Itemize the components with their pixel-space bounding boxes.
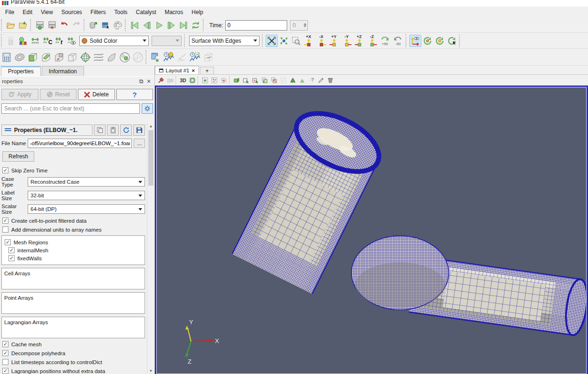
calculator-button[interactable] <box>0 51 13 64</box>
stream-tracer-button[interactable] <box>92 51 105 64</box>
menu-help[interactable]: Help <box>187 8 207 17</box>
reload-properties-button[interactable] <box>120 125 132 136</box>
scrollbar-thumb[interactable] <box>148 130 153 186</box>
open-file-button[interactable] <box>5 19 17 31</box>
cell-arrays-box[interactable]: Cell Arrays <box>1 268 145 289</box>
float-panel-icon[interactable]: ⧉ <box>137 78 145 85</box>
select-points-rect-button[interactable] <box>210 76 219 85</box>
edit-view-options-button[interactable] <box>156 76 166 85</box>
select-cells-rect-button[interactable] <box>200 76 210 85</box>
skip-zero-time-checkbox[interactable]: ✓ Skip Zero Time <box>2 167 144 173</box>
select-cells-through-button[interactable] <box>260 76 269 85</box>
rescale-data-range-button[interactable] <box>29 35 41 47</box>
fixed-walls-checkbox[interactable]: ✓ fixedWalls <box>8 255 142 261</box>
case-type-select[interactable]: Reconstructed Case <box>28 177 145 187</box>
apply-button[interactable]: Apply <box>1 89 38 100</box>
reset-button[interactable]: Reset <box>40 89 77 100</box>
toolbar-handle[interactable] <box>145 50 148 64</box>
scroll-down-icon[interactable]: ▼ <box>147 367 154 374</box>
zoom-to-data-button[interactable] <box>278 35 290 47</box>
rotate-90-cw-button[interactable]: +90 <box>378 34 391 48</box>
show-orientation-axes-button[interactable] <box>409 35 421 47</box>
point-arrays-box[interactable]: Point Arrays <box>1 292 145 314</box>
grow-selection-button[interactable] <box>288 76 298 85</box>
redo-button[interactable] <box>70 19 83 31</box>
zoom-to-box-button[interactable] <box>290 35 302 47</box>
clip-button[interactable] <box>26 51 39 64</box>
capture-view-button[interactable] <box>188 76 197 85</box>
label-size-select[interactable]: 32-bit <box>28 191 145 200</box>
auto-apply-button[interactable] <box>87 19 99 31</box>
slice-button[interactable] <box>39 51 53 64</box>
close-layout-icon[interactable]: × <box>192 68 195 73</box>
view-minus-y-button[interactable]: -Y <box>340 34 353 47</box>
select-block-button[interactable] <box>232 76 241 85</box>
cell-to-point-checkbox[interactable]: ✓ Create cell-to-point filtered data <box>2 218 144 224</box>
panel-scrollbar[interactable]: ▲ ▼ <box>147 123 154 374</box>
browse-button[interactable]: ... <box>134 139 145 148</box>
delete-selection-button[interactable] <box>326 76 335 85</box>
frame-index-spinner[interactable]: 0 <box>290 20 308 31</box>
toolbar-handle[interactable] <box>184 34 187 47</box>
connect-server-button[interactable] <box>34 19 46 31</box>
toolbar-handle[interactable] <box>1 19 4 31</box>
pick-center-of-rotation-button[interactable] <box>446 35 458 47</box>
scalar-size-select[interactable]: 64-bit (DP) <box>28 204 145 214</box>
view-minus-x-button[interactable]: -X <box>315 34 328 47</box>
cache-mesh-checkbox[interactable]: ✓ Cache mesh <box>2 341 144 347</box>
toolbar-handle[interactable] <box>203 19 206 31</box>
slice-representation-button[interactable] <box>202 51 215 64</box>
add-layout-tab[interactable]: + <box>200 67 214 74</box>
hover-query-button[interactable]: ·? <box>307 76 316 85</box>
lagrangian-positions-checkbox[interactable]: ✓ Lagrangian positions without extra dat… <box>2 368 144 374</box>
plot-data-button[interactable] <box>176 51 189 64</box>
glyph-button[interactable] <box>79 51 92 64</box>
rotate-90-ccw-button[interactable]: -90 <box>391 34 405 48</box>
select-points-through-button[interactable] <box>269 76 279 85</box>
interactive-select-points-button[interactable] <box>251 76 260 85</box>
menu-file[interactable]: File <box>1 8 18 17</box>
extract-selection-button[interactable] <box>149 51 162 64</box>
color-by-select[interactable]: Solid Color <box>79 36 149 46</box>
render-viewport-inner[interactable]: X Y Z <box>156 87 587 374</box>
menu-catalyst[interactable]: Catalyst <box>132 8 160 17</box>
disconnect-server-button[interactable] <box>46 19 58 31</box>
group-datasets-button[interactable] <box>118 51 131 64</box>
extract-subset-button[interactable] <box>66 51 79 64</box>
toolbar-handle[interactable] <box>125 19 128 31</box>
representation-select[interactable]: Surface With Edges <box>189 36 260 46</box>
menu-edit[interactable]: Edit <box>18 8 37 17</box>
file-name-input[interactable] <box>28 139 132 148</box>
first-frame-button[interactable] <box>129 19 141 31</box>
plot-over-time-button[interactable] <box>162 51 176 64</box>
scroll-up-icon[interactable]: ▲ <box>147 123 154 129</box>
lagrangian-arrays-box[interactable]: Lagrangian Arrays <box>1 317 145 338</box>
toolbar-handle[interactable] <box>1 34 4 47</box>
view-plus-z-button[interactable]: +Z <box>353 34 366 47</box>
save-data-button[interactable] <box>17 19 29 31</box>
select-cells-polygon-button[interactable] <box>219 76 229 85</box>
copy-properties-button[interactable] <box>94 125 106 136</box>
shrink-selection-button[interactable] <box>298 76 307 85</box>
warp-button[interactable] <box>105 51 118 64</box>
adjust-camera-button[interactable] <box>166 76 175 85</box>
reset-center-of-rotation-button[interactable] <box>434 35 446 47</box>
rescale-temporal-button[interactable]: t <box>53 35 66 47</box>
contour-button[interactable] <box>13 51 26 64</box>
clear-annotations-button[interactable] <box>316 76 326 85</box>
edit-color-map-button[interactable] <box>17 35 29 47</box>
threshold-button[interactable] <box>53 51 66 64</box>
delete-button[interactable]: Delete <box>78 89 115 100</box>
render-viewport[interactable]: X Y Z <box>155 86 588 374</box>
search-options-button[interactable] <box>142 103 153 114</box>
view-plus-x-button[interactable]: +X <box>302 34 315 47</box>
toggle-color-legend-button[interactable] <box>5 35 17 47</box>
extract-group-button[interactable] <box>131 51 145 64</box>
toolbar-handle[interactable] <box>262 34 265 47</box>
spinner-arrows-icon[interactable] <box>304 23 307 27</box>
toolbar-handle[interactable] <box>405 34 408 47</box>
reset-camera-button[interactable] <box>266 35 278 47</box>
refresh-button[interactable]: Refresh <box>2 151 34 162</box>
loop-button[interactable] <box>190 19 202 31</box>
play-button[interactable] <box>153 19 165 31</box>
